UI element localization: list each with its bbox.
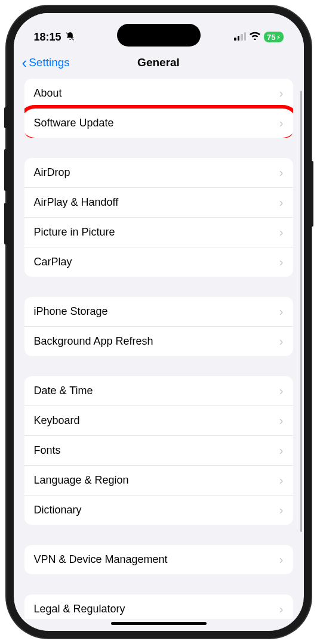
charging-icon: ⚡︎: [276, 34, 281, 41]
home-indicator[interactable]: [111, 622, 207, 625]
row-software-update[interactable]: Software Update›: [24, 109, 293, 138]
page-title: General: [137, 56, 180, 69]
chevron-right-icon: ›: [279, 414, 284, 428]
row-label: Background App Refresh: [34, 335, 153, 348]
row-label: AirPlay & Handoff: [34, 196, 119, 209]
row-label: Legal & Regulatory: [34, 603, 125, 615]
phone-frame: 18:15 75 ⚡︎ ‹ Settin: [7, 6, 311, 638]
status-time: 18:15: [34, 31, 61, 44]
row-label: iPhone Storage: [34, 305, 108, 318]
signal-icon: [234, 33, 246, 41]
scroll-indicator[interactable]: [300, 91, 302, 532]
row-language-region[interactable]: Language & Region›: [24, 466, 293, 496]
row-label: Picture in Picture: [34, 226, 115, 239]
row-label: Language & Region: [34, 474, 129, 487]
volume-up-button: [4, 149, 7, 191]
row-label: About: [34, 87, 62, 100]
row-label: Keyboard: [34, 414, 80, 427]
chevron-right-icon: ›: [279, 305, 284, 318]
section: Legal & Regulatory›: [24, 595, 293, 619]
section: iPhone Storage›Background App Refresh›: [24, 297, 293, 356]
back-button[interactable]: ‹ Settings: [22, 55, 70, 70]
nav-bar: ‹ Settings General: [14, 48, 304, 79]
row-airdrop[interactable]: AirDrop›: [24, 158, 293, 188]
chevron-right-icon: ›: [279, 553, 284, 566]
chevron-right-icon: ›: [279, 116, 284, 130]
chevron-right-icon: ›: [279, 602, 284, 616]
chevron-right-icon: ›: [279, 503, 284, 517]
row-dictionary[interactable]: Dictionary›: [24, 496, 293, 525]
volume-down-button: [4, 203, 7, 244]
row-label: Software Update: [34, 117, 114, 129]
content: About›Software Update›AirDrop›AirPlay & …: [14, 79, 304, 619]
chevron-right-icon: ›: [279, 255, 284, 269]
row-label: Fonts: [34, 444, 61, 457]
row-picture-in-picture[interactable]: Picture in Picture›: [24, 218, 293, 247]
wifi-icon: [250, 32, 260, 42]
row-legal-regulatory[interactable]: Legal & Regulatory›: [24, 595, 293, 619]
section: AirDrop›AirPlay & Handoff›Picture in Pic…: [24, 158, 293, 277]
battery-percentage: 75: [267, 33, 275, 42]
dynamic-island: [117, 24, 201, 47]
row-carplay[interactable]: CarPlay›: [24, 247, 293, 277]
row-background-app-refresh[interactable]: Background App Refresh›: [24, 327, 293, 356]
power-button: [310, 161, 313, 227]
section: About›Software Update›: [24, 79, 293, 138]
silent-icon: [65, 31, 75, 44]
row-label: AirDrop: [34, 166, 70, 179]
row-label: CarPlay: [34, 256, 72, 268]
chevron-right-icon: ›: [279, 225, 284, 239]
row-vpn-device-management[interactable]: VPN & Device Management›: [24, 545, 293, 574]
section: VPN & Device Management›: [24, 545, 293, 574]
chevron-right-icon: ›: [279, 384, 284, 398]
chevron-right-icon: ›: [279, 473, 284, 487]
chevron-right-icon: ›: [279, 335, 284, 348]
chevron-left-icon: ‹: [22, 55, 27, 70]
row-fonts[interactable]: Fonts›: [24, 436, 293, 466]
mute-switch: [4, 107, 7, 128]
chevron-right-icon: ›: [279, 196, 284, 209]
row-keyboard[interactable]: Keyboard›: [24, 406, 293, 436]
row-airplay-handoff[interactable]: AirPlay & Handoff›: [24, 188, 293, 218]
section: Date & Time›Keyboard›Fonts›Language & Re…: [24, 376, 293, 525]
row-label: VPN & Device Management: [34, 553, 168, 566]
back-label: Settings: [29, 56, 70, 69]
row-label: Dictionary: [34, 504, 82, 516]
row-about[interactable]: About›: [24, 79, 293, 109]
screen: 18:15 75 ⚡︎ ‹ Settin: [14, 13, 304, 631]
row-iphone-storage[interactable]: iPhone Storage›: [24, 297, 293, 327]
row-label: Date & Time: [34, 385, 93, 397]
battery-icon: 75 ⚡︎: [264, 32, 283, 42]
chevron-right-icon: ›: [279, 86, 284, 100]
chevron-right-icon: ›: [279, 444, 284, 457]
row-date-time[interactable]: Date & Time›: [24, 376, 293, 406]
chevron-right-icon: ›: [279, 166, 284, 179]
